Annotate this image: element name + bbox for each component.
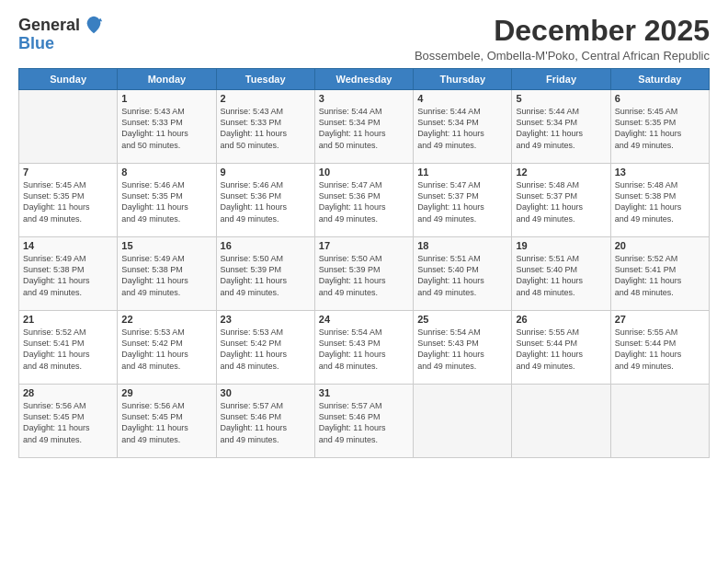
day-info: Sunrise: 5:47 AM Sunset: 5:37 PM Dayligh…: [417, 179, 507, 224]
calendar-cell: 13Sunrise: 5:48 AM Sunset: 5:38 PM Dayli…: [610, 164, 709, 237]
day-number: 30: [221, 387, 311, 398]
day-header-monday: Monday: [118, 69, 216, 90]
month-title: December 2025: [415, 15, 710, 47]
day-number: 24: [319, 314, 409, 325]
calendar-cell: 10Sunrise: 5:47 AM Sunset: 5:36 PM Dayli…: [314, 164, 413, 237]
calendar-cell: 5Sunrise: 5:44 AM Sunset: 5:34 PM Daylig…: [512, 90, 610, 164]
day-info: Sunrise: 5:50 AM Sunset: 5:39 PM Dayligh…: [221, 253, 311, 298]
calendar-cell: 7Sunrise: 5:45 AM Sunset: 5:35 PM Daylig…: [19, 164, 118, 237]
day-number: 20: [615, 240, 705, 251]
day-info: Sunrise: 5:51 AM Sunset: 5:40 PM Dayligh…: [516, 253, 606, 298]
calendar-cell: 28Sunrise: 5:56 AM Sunset: 5:45 PM Dayli…: [19, 385, 118, 458]
calendar-cell: 29Sunrise: 5:56 AM Sunset: 5:45 PM Dayli…: [118, 385, 216, 458]
day-number: 23: [221, 314, 311, 325]
calendar-cell: 4Sunrise: 5:44 AM Sunset: 5:34 PM Daylig…: [414, 90, 512, 164]
day-number: 1: [121, 93, 211, 104]
calendar-cell: [19, 90, 118, 164]
calendar-cell: 25Sunrise: 5:54 AM Sunset: 5:43 PM Dayli…: [414, 311, 512, 385]
day-number: 8: [121, 167, 211, 178]
day-info: Sunrise: 5:48 AM Sunset: 5:38 PM Dayligh…: [615, 179, 705, 224]
days-header-row: SundayMondayTuesdayWednesdayThursdayFrid…: [19, 69, 710, 90]
day-info: Sunrise: 5:53 AM Sunset: 5:42 PM Dayligh…: [121, 327, 211, 372]
calendar-cell: [414, 385, 512, 458]
day-info: Sunrise: 5:45 AM Sunset: 5:35 PM Dayligh…: [23, 179, 113, 224]
calendar-table: SundayMondayTuesdayWednesdayThursdayFrid…: [18, 68, 710, 458]
day-header-tuesday: Tuesday: [216, 69, 314, 90]
day-info: Sunrise: 5:51 AM Sunset: 5:40 PM Dayligh…: [417, 253, 507, 298]
day-number: 31: [319, 387, 409, 398]
calendar-cell: 30Sunrise: 5:57 AM Sunset: 5:46 PM Dayli…: [216, 385, 314, 458]
day-info: Sunrise: 5:48 AM Sunset: 5:37 PM Dayligh…: [516, 179, 606, 224]
location-subtitle: Bossembele, Ombella-M'Poko, Central Afri…: [415, 49, 710, 63]
calendar-cell: 19Sunrise: 5:51 AM Sunset: 5:40 PM Dayli…: [512, 237, 610, 311]
day-info: Sunrise: 5:55 AM Sunset: 5:44 PM Dayligh…: [615, 327, 705, 372]
title-block: December 2025 Bossembele, Ombella-M'Poko…: [415, 15, 710, 63]
calendar-cell: 27Sunrise: 5:55 AM Sunset: 5:44 PM Dayli…: [610, 311, 709, 385]
day-number: 13: [615, 167, 705, 178]
calendar-cell: 24Sunrise: 5:54 AM Sunset: 5:43 PM Dayli…: [314, 311, 413, 385]
calendar-cell: 11Sunrise: 5:47 AM Sunset: 5:37 PM Dayli…: [414, 164, 512, 237]
day-info: Sunrise: 5:49 AM Sunset: 5:38 PM Dayligh…: [121, 253, 211, 298]
calendar-cell: [512, 385, 610, 458]
day-info: Sunrise: 5:44 AM Sunset: 5:34 PM Dayligh…: [319, 106, 409, 151]
calendar-cell: 6Sunrise: 5:45 AM Sunset: 5:35 PM Daylig…: [610, 90, 709, 164]
calendar-cell: 2Sunrise: 5:43 AM Sunset: 5:33 PM Daylig…: [216, 90, 314, 164]
day-number: 22: [121, 314, 211, 325]
day-number: 5: [516, 93, 606, 104]
week-row-5: 28Sunrise: 5:56 AM Sunset: 5:45 PM Dayli…: [19, 385, 710, 458]
day-header-thursday: Thursday: [414, 69, 512, 90]
day-number: 14: [23, 240, 113, 251]
calendar-cell: 14Sunrise: 5:49 AM Sunset: 5:38 PM Dayli…: [19, 237, 118, 311]
day-number: 26: [516, 314, 606, 325]
day-number: 19: [516, 240, 606, 251]
header: General Blue December 2025 Bossembele, O…: [18, 15, 710, 63]
day-number: 29: [121, 387, 211, 398]
logo: General Blue: [18, 15, 104, 52]
week-row-3: 14Sunrise: 5:49 AM Sunset: 5:38 PM Dayli…: [19, 237, 710, 311]
day-number: 27: [615, 314, 705, 325]
day-number: 7: [23, 167, 113, 178]
logo-icon: [84, 15, 104, 35]
day-number: 10: [319, 167, 409, 178]
calendar-cell: [610, 385, 709, 458]
day-number: 18: [417, 240, 507, 251]
logo-general: General: [18, 17, 80, 33]
day-info: Sunrise: 5:56 AM Sunset: 5:45 PM Dayligh…: [23, 400, 113, 445]
day-header-wednesday: Wednesday: [314, 69, 413, 90]
day-number: 11: [417, 167, 507, 178]
calendar-cell: 20Sunrise: 5:52 AM Sunset: 5:41 PM Dayli…: [610, 237, 709, 311]
day-number: 17: [319, 240, 409, 251]
day-info: Sunrise: 5:43 AM Sunset: 5:33 PM Dayligh…: [121, 106, 211, 151]
day-info: Sunrise: 5:46 AM Sunset: 5:36 PM Dayligh…: [221, 179, 311, 224]
day-number: 6: [615, 93, 705, 104]
calendar-cell: 3Sunrise: 5:44 AM Sunset: 5:34 PM Daylig…: [314, 90, 413, 164]
day-number: 28: [23, 387, 113, 398]
week-row-1: 1Sunrise: 5:43 AM Sunset: 5:33 PM Daylig…: [19, 90, 710, 164]
day-info: Sunrise: 5:49 AM Sunset: 5:38 PM Dayligh…: [23, 253, 113, 298]
day-number: 25: [417, 314, 507, 325]
week-row-4: 21Sunrise: 5:52 AM Sunset: 5:41 PM Dayli…: [19, 311, 710, 385]
calendar-cell: 23Sunrise: 5:53 AM Sunset: 5:42 PM Dayli…: [216, 311, 314, 385]
day-number: 12: [516, 167, 606, 178]
calendar-cell: 9Sunrise: 5:46 AM Sunset: 5:36 PM Daylig…: [216, 164, 314, 237]
day-number: 21: [23, 314, 113, 325]
day-header-friday: Friday: [512, 69, 610, 90]
day-info: Sunrise: 5:57 AM Sunset: 5:46 PM Dayligh…: [319, 400, 409, 445]
day-info: Sunrise: 5:44 AM Sunset: 5:34 PM Dayligh…: [417, 106, 507, 151]
calendar-cell: 22Sunrise: 5:53 AM Sunset: 5:42 PM Dayli…: [118, 311, 216, 385]
calendar-cell: 18Sunrise: 5:51 AM Sunset: 5:40 PM Dayli…: [414, 237, 512, 311]
page: General Blue December 2025 Bossembele, O…: [0, 0, 728, 563]
calendar-cell: 12Sunrise: 5:48 AM Sunset: 5:37 PM Dayli…: [512, 164, 610, 237]
day-info: Sunrise: 5:46 AM Sunset: 5:35 PM Dayligh…: [121, 179, 211, 224]
week-row-2: 7Sunrise: 5:45 AM Sunset: 5:35 PM Daylig…: [19, 164, 710, 237]
day-number: 4: [417, 93, 507, 104]
calendar-cell: 15Sunrise: 5:49 AM Sunset: 5:38 PM Dayli…: [118, 237, 216, 311]
day-number: 2: [221, 93, 311, 104]
calendar-cell: 1Sunrise: 5:43 AM Sunset: 5:33 PM Daylig…: [118, 90, 216, 164]
day-number: 3: [319, 93, 409, 104]
day-info: Sunrise: 5:54 AM Sunset: 5:43 PM Dayligh…: [319, 327, 409, 372]
day-info: Sunrise: 5:54 AM Sunset: 5:43 PM Dayligh…: [417, 327, 507, 372]
day-info: Sunrise: 5:55 AM Sunset: 5:44 PM Dayligh…: [516, 327, 606, 372]
day-info: Sunrise: 5:52 AM Sunset: 5:41 PM Dayligh…: [23, 327, 113, 372]
calendar-cell: 17Sunrise: 5:50 AM Sunset: 5:39 PM Dayli…: [314, 237, 413, 311]
